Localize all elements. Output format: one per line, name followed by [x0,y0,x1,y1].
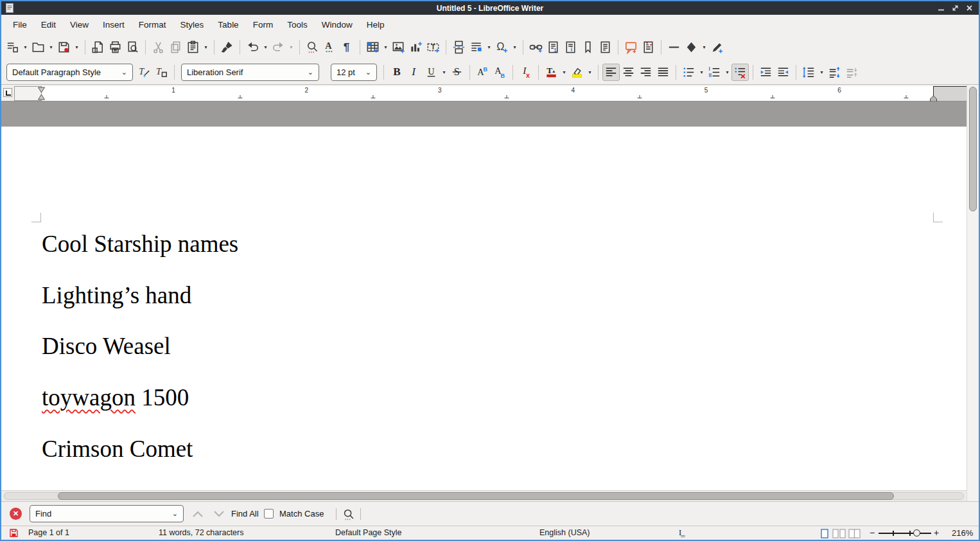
line-spacing-button[interactable] [800,64,818,81]
undo-button[interactable] [244,39,261,56]
spelling-button[interactable]: A [321,39,338,56]
insert-chart-button[interactable] [407,39,424,56]
formatting-marks-button[interactable]: ¶ [338,39,356,56]
insert-endnote-button[interactable]: i [562,39,579,56]
insert-cross-reference-button[interactable] [597,39,614,56]
clone-formatting-button[interactable] [218,39,236,56]
paste-dropdown-arrow[interactable]: ▾ [202,39,210,56]
italic-button[interactable]: I [405,64,423,81]
align-right-button[interactable] [637,64,654,81]
menu-file[interactable]: File [6,16,34,33]
menu-styles[interactable]: Styles [173,16,211,33]
tab-stop-selector[interactable] [3,88,12,97]
highlight-color-button[interactable] [568,64,586,81]
find-input[interactable]: Find ⌄ [30,505,184,522]
insert-comment-button[interactable] [622,39,640,56]
find-next-button[interactable] [211,507,227,521]
menu-insert[interactable]: Insert [96,16,132,33]
numbered-list-dropdown-arrow[interactable]: ▾ [723,64,731,81]
horizontal-scrollbar-thumb[interactable] [58,492,894,500]
insert-textbox-button[interactable]: T [424,39,442,56]
font-name-dropdown-icon[interactable]: ⌄ [304,68,313,76]
zoom-slider-thumb[interactable] [913,529,920,537]
basic-shapes-button[interactable] [683,39,700,56]
underline-dropdown-arrow[interactable]: ▾ [440,64,448,81]
menu-tools[interactable]: Tools [280,16,315,33]
close-button[interactable] [965,3,974,13]
decrease-indent-button[interactable] [774,64,792,81]
find-previous-button[interactable] [189,507,206,521]
insert-line-button[interactable] [665,39,683,56]
font-color-dropdown-arrow[interactable]: ▾ [560,64,568,81]
align-center-button[interactable] [620,64,637,81]
clear-formatting-button[interactable]: Ix [517,64,534,81]
subscript-button[interactable]: AB [491,64,509,81]
new-document-button[interactable] [4,39,21,56]
single-page-view-icon[interactable] [821,529,828,540]
find-and-replace-icon[interactable] [340,506,356,522]
horizontal-ruler[interactable]: 123456 [1,85,967,102]
superscript-button[interactable]: AB [474,64,491,81]
font-name-combo[interactable]: Liberation Serif⌄ [181,64,319,81]
insert-field-dropdown-arrow[interactable]: ▾ [485,39,493,56]
insert-special-character-button[interactable]: Ω [493,39,511,56]
bullet-list-button[interactable] [680,64,697,81]
highlight-color-dropdown-arrow[interactable]: ▾ [586,64,594,81]
find-history-dropdown-icon[interactable]: ⌄ [172,510,178,518]
menu-table[interactable]: Table [211,16,245,33]
language[interactable]: English (USA) [539,528,590,537]
left-indent-marker[interactable] [37,87,46,103]
bold-button[interactable]: B [388,64,405,81]
book-view-icon[interactable] [848,529,861,540]
open-file-dropdown-arrow[interactable]: ▾ [47,39,55,56]
update-style-button[interactable]: T [136,64,153,81]
word-count[interactable]: 11 words, 72 characters [159,528,243,537]
print-preview-button[interactable] [124,39,141,56]
insert-mode-indicator[interactable]: I‗ [679,528,684,538]
print-button[interactable] [107,39,124,56]
zoom-level[interactable]: 216% [952,528,973,538]
increase-paragraph-spacing-button[interactable] [826,64,843,81]
find-and-replace-button[interactable] [304,39,321,56]
close-find-bar-button[interactable]: ✕ [10,508,22,520]
bullet-list-dropdown-arrow[interactable]: ▾ [697,64,706,81]
font-size-combo[interactable]: 12 pt⌄ [331,64,377,81]
insert-special-character-dropdown-arrow[interactable]: ▾ [511,39,519,56]
insert-image-button[interactable] [390,39,407,56]
insert-footnote-button[interactable]: 1 [545,39,562,56]
minimize-button[interactable] [936,3,946,13]
line-spacing-dropdown-arrow[interactable]: ▾ [818,64,826,81]
new-style-button[interactable]: T [153,64,170,81]
font-color-button[interactable]: T [543,64,560,81]
underline-button[interactable]: U [423,64,440,81]
menu-window[interactable]: Window [315,16,360,33]
menu-form[interactable]: Form [246,16,281,33]
zoom-in-button[interactable]: + [934,528,939,538]
font-size-dropdown-icon[interactable]: ⌄ [362,68,371,76]
restore-button[interactable] [950,3,960,13]
menu-edit[interactable]: Edit [34,16,63,33]
save-button[interactable] [55,39,73,56]
document-page[interactable]: Cool Starship namesLighting’s handDisco … [1,127,967,490]
strikethrough-button[interactable]: S [448,64,466,81]
show-draw-functions-button[interactable] [708,39,726,56]
insert-table-dropdown-arrow[interactable]: ▾ [381,39,390,56]
no-list-button[interactable] [731,64,749,81]
multi-page-view-icon[interactable] [832,529,846,540]
insert-page-break-button[interactable] [450,39,468,56]
page-style[interactable]: Default Page Style [335,528,402,537]
basic-shapes-dropdown-arrow[interactable]: ▾ [700,39,708,56]
zoom-slider-track[interactable] [879,533,931,534]
paste-button[interactable] [184,39,202,56]
insert-bookmark-button[interactable] [579,39,597,56]
page-count[interactable]: Page 1 of 1 [28,528,69,537]
match-case-checkbox[interactable] [264,509,274,519]
vertical-scrollbar-thumb[interactable] [969,87,977,211]
increase-indent-button[interactable] [757,64,774,81]
insert-hyperlink-button[interactable] [527,39,545,56]
justify-button[interactable] [654,64,672,81]
numbered-list-button[interactable]: III [706,64,723,81]
find-all-button[interactable]: Find All [231,509,259,519]
unsaved-changes-icon[interactable] [10,529,18,539]
zoom-out-button[interactable]: − [870,528,875,538]
